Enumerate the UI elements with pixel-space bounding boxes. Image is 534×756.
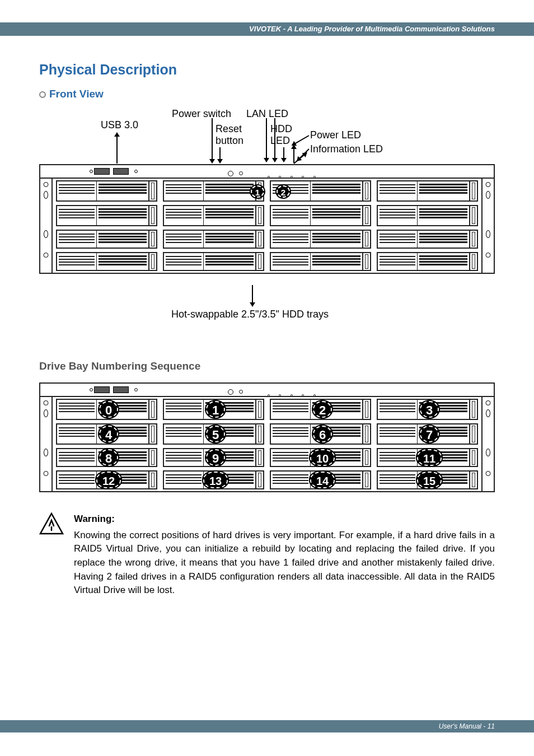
bay-number-badge: 6 <box>313 426 332 442</box>
bay-number-badge: 4 <box>99 426 118 442</box>
hdd-tray <box>163 252 264 271</box>
warning-block: Warning: Knowing the correct positions o… <box>39 512 495 598</box>
hdd-tray: 9 <box>163 448 264 467</box>
bay-number-badge: 10 <box>310 449 335 466</box>
callout-badge-1: 1 <box>251 185 264 198</box>
bay-number-badge: 11 <box>417 449 442 466</box>
hdd-led-label-2: LED <box>270 135 290 147</box>
bay-number-badge: 8 <box>99 449 118 466</box>
bay-number-badge: 13 <box>203 472 228 488</box>
hdd-tray: 0 <box>56 399 157 420</box>
arrow-icon <box>293 145 294 163</box>
page-content: Physical Description Front View USB 3.0 … <box>39 62 495 598</box>
hdd-tray <box>377 230 478 249</box>
led-icon <box>313 176 316 178</box>
screw-icon <box>90 388 93 391</box>
screw-icon <box>134 170 138 173</box>
led-icon <box>302 176 304 178</box>
drive-bay-heading: Drive Bay Numbering Sequence <box>39 360 495 372</box>
hdd-tray: 2 <box>270 399 371 420</box>
bay-number-badge: 5 <box>206 426 225 442</box>
usb-ports <box>93 168 138 176</box>
power-switch-icon <box>228 389 233 395</box>
lan-led-label: LAN LED <box>246 108 288 120</box>
hdd-tray <box>377 180 478 202</box>
led-icon <box>268 176 270 178</box>
status-leds <box>264 170 319 180</box>
hotswap-caption: Hot-swappable 2.5"/3.5" HDD trays <box>171 309 329 320</box>
chassis-front <box>39 164 495 274</box>
power-switch-icon <box>228 171 233 176</box>
hdd-tray <box>56 205 157 226</box>
hdd-tray: 8 <box>56 448 157 467</box>
chassis-top-panel <box>40 165 494 179</box>
bay-row: 4567 <box>40 422 494 446</box>
bay-row <box>40 179 494 203</box>
reset-label-1: Reset <box>216 123 242 135</box>
header-bar: VIVOTEK - A Leading Provider of Multimed… <box>0 22 534 36</box>
bay-number-badge: 0 <box>99 401 118 418</box>
bay-number-badge: 3 <box>420 401 439 418</box>
warning-icon <box>39 512 64 535</box>
bullet-icon <box>39 91 46 98</box>
chassis-top-panel <box>40 384 494 397</box>
footer-bar: User's Manual - 11 <box>0 720 534 732</box>
bay-row <box>40 203 494 228</box>
led-icon <box>291 176 293 178</box>
arrow-icon <box>219 147 221 163</box>
arrow-icon <box>252 285 253 306</box>
hdd-tray <box>270 230 371 249</box>
power-switch-label: Power switch <box>172 108 231 120</box>
arrow-icon <box>274 118 275 162</box>
bay-row <box>40 228 494 250</box>
bay-row: 891011 <box>40 446 494 469</box>
hdd-tray: 14 <box>270 470 371 489</box>
warning-text: Warning: Knowing the correct positions o… <box>74 512 495 598</box>
hdd-tray: 10 <box>270 448 371 467</box>
bay-number-badge: 14 <box>310 472 335 488</box>
hdd-tray: 6 <box>270 423 371 445</box>
bay-number-badge: 15 <box>417 472 442 488</box>
hdd-tray <box>377 205 478 226</box>
hdd-tray: 11 <box>377 448 478 467</box>
hdd-tray: 4 <box>56 423 157 445</box>
hdd-tray: 1 <box>163 399 264 420</box>
bay-number-badge: 2 <box>313 401 332 418</box>
usb-port-icon <box>94 168 110 175</box>
usb-port-icon <box>113 168 129 175</box>
led-icon <box>313 394 316 396</box>
status-leds <box>264 389 319 399</box>
hdd-tray <box>56 252 157 271</box>
led-icon <box>302 394 304 396</box>
usb-port-icon <box>94 386 110 393</box>
center-controls <box>228 168 243 178</box>
arrow-icon <box>283 147 284 162</box>
warning-title: Warning: <box>74 512 495 526</box>
led-icon <box>268 394 270 396</box>
hdd-tray <box>270 252 371 271</box>
bay-number-badge: 1 <box>206 401 225 418</box>
info-led-label: Information LED <box>310 143 383 155</box>
hdd-tray <box>270 205 371 226</box>
hdd-tray <box>163 230 264 249</box>
bay-row: 12131415 <box>40 469 494 491</box>
bay-number-badge: 7 <box>420 426 439 442</box>
bay-number-badge: 9 <box>206 449 225 466</box>
hdd-tray <box>56 230 157 249</box>
hdd-led-label-1: HDD <box>270 123 292 135</box>
usb-ports <box>93 386 138 394</box>
hdd-tray: 5 <box>163 423 264 445</box>
led-icon <box>279 176 281 178</box>
arrow-icon <box>292 135 309 146</box>
hdd-tray: 12 <box>56 470 157 489</box>
screw-icon <box>90 170 93 173</box>
front-view-label: Front View <box>49 88 104 100</box>
front-view-diagram: USB 3.0 Power switch Reset button LAN LE… <box>39 108 495 338</box>
front-view-heading: Front View <box>39 88 495 100</box>
hdd-tray <box>56 180 157 202</box>
reset-button-icon <box>239 390 243 394</box>
hdd-tray <box>377 252 478 271</box>
arrow-icon <box>266 118 267 162</box>
arrow-icon <box>116 133 118 164</box>
hdd-tray <box>163 180 264 202</box>
